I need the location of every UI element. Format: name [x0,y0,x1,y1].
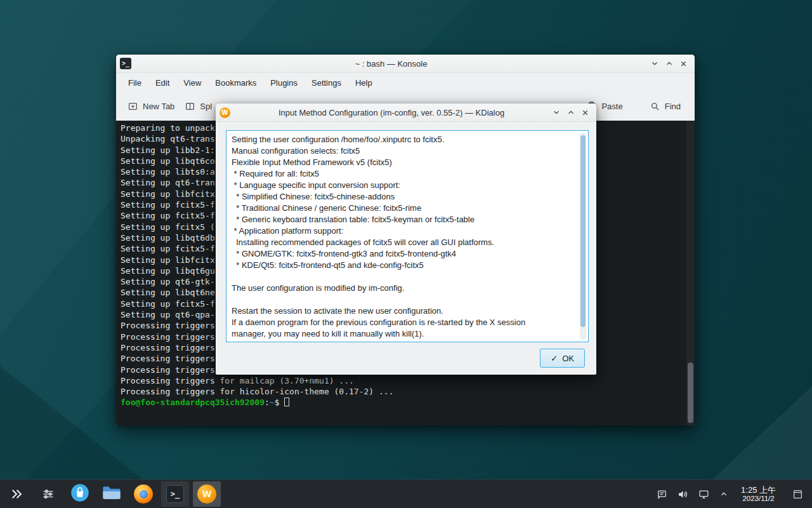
new-tab-button[interactable]: New Tab [122,97,180,116]
clock[interactable]: 1:25 上午 2023/11/2 [741,485,776,503]
dialog-text-line: If a daemon program for the previous con… [232,317,575,328]
konsole-app-icon: >_ [120,58,131,69]
app-launcher-icon [10,488,23,500]
kdialog-icon: W [197,485,216,504]
kdialog-titlebar[interactable]: W Input Method Configuration (im-config,… [216,104,596,122]
split-view-label: Spl [200,102,212,111]
clock-time: 1:25 上午 [741,485,776,495]
dialog-scrollbar-thumb[interactable] [580,135,586,327]
menu-item-view[interactable]: View [176,73,208,92]
find-label: Find [665,102,681,111]
terminal-prompt: foo@foo-standardpcq35ich92009:~$ [121,397,684,408]
expand-tray-icon[interactable] [719,490,728,498]
show-desktop-icon[interactable] [792,489,803,500]
discover-icon [70,483,89,505]
dialog-text-line: * Generic keyboard translation table: fc… [232,214,575,225]
ok-label: OK [562,354,574,363]
konsole-titlebar[interactable]: >_ ~ : bash — Konsole [116,55,695,73]
terminal-line: Processing triggers for mailcap (3.70+nm… [121,375,684,386]
dialog-text-line: See im-config(8) and /usr/share/doc/im-c… [232,340,575,342]
kdialog-window-title: Input Method Configuration (im-config, v… [234,108,549,117]
pager-button[interactable] [34,481,62,507]
dialog-text: Setting the user configuration /home/foo… [232,134,575,342]
clock-date: 2023/11/2 [741,495,776,503]
system-tray: 1:25 上午 2023/11/2 [657,485,812,503]
firefox-icon [134,485,153,504]
dialog-text-line [232,271,575,283]
konsole-task[interactable]: >_ [161,481,189,507]
dialog-text-line: The user configuration is modified by im… [232,283,575,294]
volume-icon[interactable] [678,489,688,500]
dialog-text-line: * GNOME/GTK: fcitx5-frontend-gtk3 and fc… [232,248,575,260]
desktop: >_ ~ : bash — Konsole File Edit View Boo… [0,0,812,508]
dolphin-icon [102,485,121,504]
dialog-scrollbar[interactable] [580,133,586,340]
menu-item-file[interactable]: File [121,73,148,92]
prompt-user-host: foo@foo-standardpcq35ich92009 [121,398,265,407]
split-view-button[interactable]: Spl [180,97,217,116]
dialog-text-line: * Language specific input conversion sup… [232,180,575,191]
dialog-text-line: manager, you may need to kill it manuall… [232,328,575,340]
paste-label: Paste [601,102,622,111]
dialog-text-line: * Application platform support: [232,225,575,237]
dialog-text-line: * KDE/Qt5: fcitx5-frontend-qt5 and kde-c… [232,260,575,271]
kdialog-task[interactable]: W [193,481,221,507]
new-tab-icon [128,101,138,112]
terminal-scrollbar-thumb[interactable] [688,363,693,423]
dialog-text-line: * Traditional Chinese / generic Chinese:… [232,203,575,214]
prompt-path: ~ [270,398,275,407]
check-icon: ✓ [551,354,558,363]
menu-item-settings[interactable]: Settings [304,73,348,92]
konsole-window-title: ~ : bash — Konsole [135,59,647,69]
prompt-separator: : [265,398,270,407]
menu-item-edit[interactable]: Edit [148,73,176,92]
firefox-task[interactable] [129,481,157,507]
kdialog-window: W Input Method Configuration (im-config,… [216,104,596,375]
terminal-cursor [284,398,289,406]
dialog-text-line [232,294,575,305]
im-config-app-icon: W [219,107,230,118]
maximize-icon[interactable] [662,57,676,71]
dialog-text-line: * Required for all: fcitx5 [232,168,575,180]
dialog-text-line: Installing recommended packages of fcitx… [232,237,575,248]
menu-item-help[interactable]: Help [348,73,379,92]
terminal-scrollbar[interactable] [686,121,695,425]
split-view-icon [185,101,195,112]
dialog-text-line: * Simplified Chinese: fcitx5-chinese-add… [232,191,575,203]
dolphin-task[interactable] [98,481,126,507]
find-icon [650,101,660,112]
pager-icon [42,488,55,500]
find-button[interactable]: Find [645,97,686,116]
notifications-icon[interactable] [657,489,667,500]
close-icon[interactable] [676,57,691,71]
new-tab-label: New Tab [143,102,174,111]
dialog-text-line: Setting the user configuration /home/foo… [232,134,575,145]
dialog-text-line: Flexible Input Method Framework v5 (fcit… [232,157,575,168]
konsole-icon: >_ [166,485,184,503]
ok-button[interactable]: ✓ OK [540,349,585,368]
close-icon[interactable] [578,105,593,120]
minimize-icon[interactable] [647,57,662,71]
terminal-line: Processing triggers for hicolor-icon-the… [121,386,684,397]
app-launcher-button[interactable] [3,481,30,507]
dialog-text-line: Manual configuration selects: fcitx5 [232,145,575,157]
menu-item-bookmarks[interactable]: Bookmarks [208,73,263,92]
prompt-symbol: $ [275,398,280,407]
menu-item-plugins[interactable]: Plugins [263,73,304,92]
konsole-menubar: File Edit View Bookmarks Plugins Setting… [116,73,695,92]
discover-task[interactable] [66,481,94,507]
maximize-icon[interactable] [563,105,578,120]
dialog-text-area[interactable]: Setting the user configuration /home/foo… [226,130,589,342]
dialog-text-line: Restart the session to activate the new … [232,305,575,317]
minimize-icon[interactable] [549,105,563,120]
taskbar: >_ W 1:25 上午 2023/11/2 [0,479,812,508]
display-icon[interactable] [698,489,709,500]
